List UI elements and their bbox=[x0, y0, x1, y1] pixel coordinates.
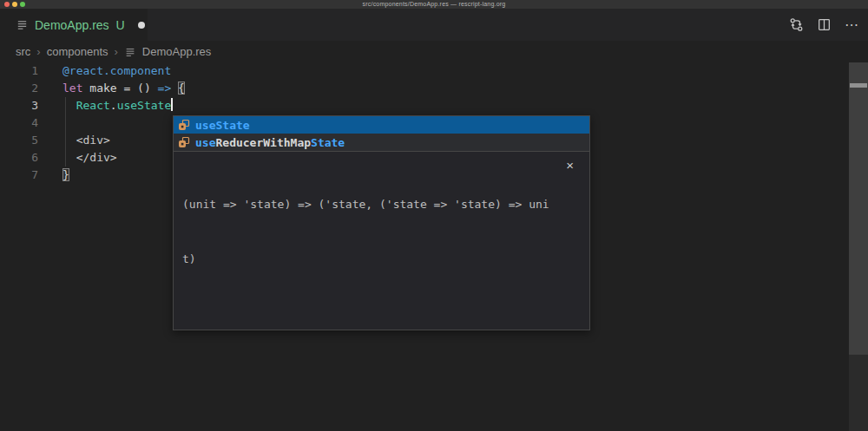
line-number: 4 bbox=[0, 114, 38, 132]
code-text: React.useState bbox=[38, 97, 173, 114]
suggest-item-useState[interactable]: useState bbox=[174, 116, 589, 134]
scrollbar-slider[interactable] bbox=[849, 62, 868, 355]
file-icon bbox=[16, 18, 29, 31]
code-text: <div> bbox=[38, 132, 110, 149]
code-text bbox=[38, 114, 62, 132]
code-line[interactable]: 3 React.useState bbox=[0, 97, 868, 114]
breadcrumb-item-file[interactable]: DemoApp.res bbox=[142, 45, 211, 58]
file-icon bbox=[124, 46, 136, 58]
titlebar: src/components/DemoApp.res — rescript-la… bbox=[0, 0, 868, 9]
text-cursor bbox=[171, 98, 173, 111]
editor-pane[interactable]: 1@react.component2let make = () => {3 Re… bbox=[0, 62, 868, 431]
compare-changes-icon[interactable] bbox=[788, 17, 804, 33]
line-number: 2 bbox=[0, 80, 38, 97]
code-line[interactable]: 1@react.component bbox=[0, 62, 868, 80]
chevron-right-icon: › bbox=[115, 45, 118, 58]
suggest-doc-line: t) bbox=[182, 250, 581, 268]
window-title: src/components/DemoApp.res — rescript-la… bbox=[0, 0, 868, 9]
suggest-item-label: useState bbox=[195, 119, 250, 132]
suggest-docs: (unit => 'state) => ('state, ('state => … bbox=[174, 151, 589, 330]
scrollbar[interactable] bbox=[849, 62, 868, 431]
split-editor-icon[interactable] bbox=[816, 17, 832, 33]
line-number: 5 bbox=[0, 132, 38, 149]
modified-dot[interactable] bbox=[138, 22, 145, 29]
code-text: </div> bbox=[38, 149, 117, 167]
suggest-list: useStateuseReducerWithMapState bbox=[174, 116, 589, 151]
line-number: 6 bbox=[0, 149, 38, 167]
overview-ruler-mark bbox=[850, 83, 867, 88]
line-number: 7 bbox=[0, 167, 38, 184]
line-number: 3 bbox=[0, 97, 38, 114]
tab-bar: DemoApp.res U ⋯ bbox=[0, 9, 868, 41]
close-icon[interactable]: × bbox=[566, 156, 574, 174]
code-text: @react.component bbox=[38, 62, 171, 80]
more-actions-icon[interactable]: ⋯ bbox=[844, 17, 859, 33]
suggest-doc-line: (unit => 'state) => ('state, ('state => … bbox=[182, 195, 581, 213]
vscode-window: src/components/DemoApp.res — rescript-la… bbox=[0, 0, 868, 431]
chevron-right-icon: › bbox=[36, 45, 40, 58]
suggest-widget: useStateuseReducerWithMapState (unit => … bbox=[173, 115, 590, 330]
code-line[interactable]: 2let make = () => { bbox=[0, 80, 868, 97]
tab-demoapp[interactable]: DemoApp.res U bbox=[0, 9, 148, 41]
breadcrumb-item-components[interactable]: components bbox=[47, 45, 108, 58]
editor-actions: ⋯ bbox=[788, 9, 859, 41]
symbol-value-icon bbox=[177, 135, 191, 149]
line-number: 1 bbox=[0, 62, 38, 80]
breadcrumb: src › components › DemoApp.res bbox=[0, 41, 868, 62]
indent-guide bbox=[65, 97, 66, 167]
code-text: } bbox=[38, 167, 69, 184]
symbol-value-icon bbox=[177, 118, 191, 132]
breadcrumb-item-src[interactable]: src bbox=[16, 45, 30, 58]
tab-label: DemoApp.res bbox=[35, 18, 109, 32]
code-text: let make = () => { bbox=[38, 80, 185, 97]
suggest-item-useReducerWithMapState[interactable]: useReducerWithMapState bbox=[174, 134, 589, 151]
git-status-badge: U bbox=[116, 18, 125, 32]
suggest-item-label: useReducerWithMapState bbox=[195, 136, 345, 149]
